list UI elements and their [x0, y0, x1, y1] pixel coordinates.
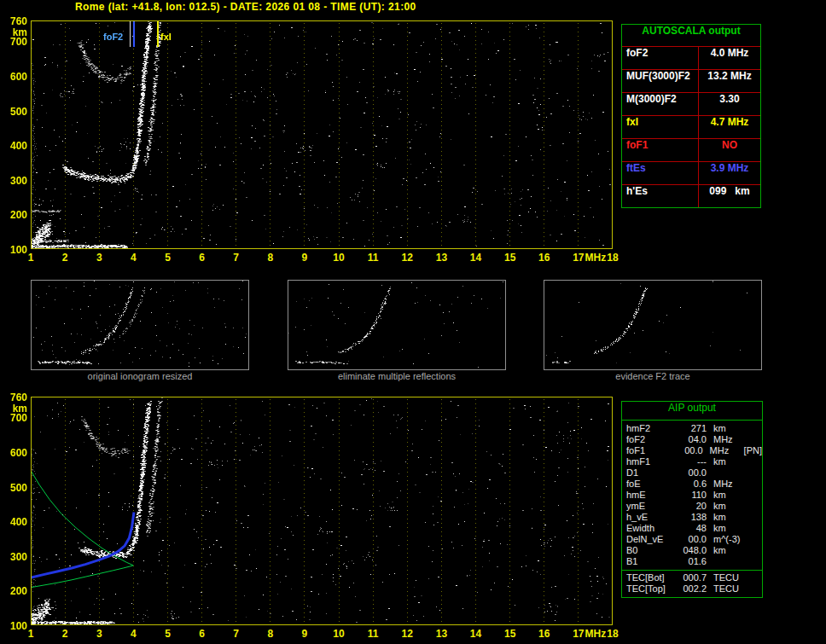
x-axis-tick: 10 [328, 252, 350, 264]
aip-cell: h_vE [622, 512, 678, 523]
y-axis-tick: 500 [0, 482, 27, 494]
aip-table-rows: hmF2271kmfoF204.0MHzfoF100.0MHz[PN]hmF1-… [622, 423, 762, 567]
autoscala-row-muf3000f2: MUF(3000)F213.2 MHz [622, 69, 760, 92]
autoscala-row-value: 4.7 MHz [699, 116, 760, 138]
aip-cell: 00.0 [678, 534, 707, 545]
x-axis-tick: 6 [191, 628, 213, 640]
aip-cell: --- [678, 456, 707, 467]
aip-cell: 48 [678, 523, 707, 534]
aip-cell [749, 534, 762, 545]
thumbnail-caption-eliminate: eliminate multiple reflections [288, 371, 506, 381]
aip-table: AIP output hmF2271kmfoF204.0MHzfoF100.0M… [621, 401, 763, 598]
x-axis-tick: 15 [499, 628, 521, 640]
aip-row-tecbot: TEC[Bot]000.7TECU [622, 572, 762, 583]
autoscala-row-value: 13.2 MHz [699, 70, 760, 92]
aip-cell: km [707, 490, 749, 501]
x-axis-tick: 16 [533, 628, 556, 640]
aip-cell: 00.0 [678, 467, 707, 479]
aip-row-foe: foE0.6MHz [622, 479, 762, 490]
x-axis-tick: 13 [430, 252, 452, 264]
aip-cell: 048.0 [678, 545, 707, 556]
x-axis-tick: 9 [294, 252, 316, 264]
aip-cell: foF2 [622, 434, 678, 445]
aip-cell [749, 490, 762, 501]
y-axis-unit-label: km [0, 26, 27, 38]
autoscala-row-fxi: fxI4.7 MHz [622, 115, 760, 138]
aip-row-d1: D100.0 [622, 467, 762, 479]
x-axis-tick: 10 [328, 628, 350, 640]
x-axis-tick: 11 [362, 628, 384, 640]
y-axis-unit-label: km [0, 403, 27, 415]
y-axis-tick: 600 [0, 447, 27, 459]
fxI-marker-label: fxI [160, 32, 172, 42]
autoscala-screen: Rome (lat: +41.8, lon: 012.5) - DATE: 20… [0, 0, 826, 644]
y-axis-tick: 760 [0, 15, 27, 27]
aip-cell: km [707, 545, 749, 556]
aip-cell: 04.0 [678, 434, 707, 445]
aip-cell: MHz [707, 479, 749, 490]
x-axis-tick: 15 [499, 252, 521, 264]
aip-cell: hmF2 [622, 423, 678, 434]
aip-cell [749, 423, 762, 434]
aip-cell: MHz [707, 434, 749, 445]
aip-row-hmf2: hmF2271km [622, 423, 762, 434]
aip-cell: Ewidth [622, 523, 678, 534]
x-axis-tick: 4 [122, 252, 144, 264]
autoscala-row-label: foF1 [622, 139, 699, 161]
aip-cell [749, 501, 762, 512]
thumbnail-caption-evidence: evidence F2 trace [544, 371, 762, 381]
aip-cell: foF1 [622, 445, 675, 456]
x-axis-tick: 13 [430, 628, 452, 640]
ionogram-top-canvas [31, 20, 613, 249]
aip-cell [749, 556, 762, 567]
x-axis-tick: 14 [465, 628, 487, 640]
x-axis-tick: 9 [294, 628, 316, 640]
aip-row-fof1: foF100.0MHz[PN] [622, 445, 762, 456]
aip-row-hve: h_vE138km [622, 512, 762, 523]
aip-cell: 20 [678, 501, 707, 512]
aip-cell [749, 512, 762, 523]
aip-row-hmf1: hmF1---km [622, 456, 762, 467]
y-axis-tick: 200 [0, 585, 27, 597]
aip-row-hme: hmE110km [622, 490, 762, 501]
autoscala-row-label: M(3000)F2 [622, 93, 699, 115]
aip-table-title: AIP output [622, 402, 762, 421]
y-axis-tick: 300 [0, 175, 27, 187]
x-axis-tick: 4 [122, 628, 144, 640]
aip-row-tectop: TEC[Top]002.2TECU [622, 583, 762, 595]
x-axis-unit-label: MHz [585, 252, 607, 264]
aip-cell: km [707, 523, 749, 534]
autoscala-row-value: 3.9 MHz [699, 162, 760, 184]
x-axis-tick: 14 [465, 252, 487, 264]
x-axis-tick: 8 [259, 252, 282, 264]
aip-cell: 271 [678, 423, 707, 434]
thumbnail-caption-original: original ionogram resized [31, 371, 249, 381]
aip-row-yme: ymE20km [622, 501, 762, 512]
x-axis-tick: 3 [88, 628, 110, 640]
autoscala-row-value: 4.0 MHz [699, 47, 760, 69]
aip-cell [749, 434, 762, 445]
y-axis-tick: 100 [0, 620, 27, 632]
autoscala-table-title: AUTOSCALA output [622, 25, 760, 46]
autoscala-row-ftes: ftEs3.9 MHz [622, 161, 760, 184]
aip-cell: TEC[Top] [622, 583, 678, 595]
aip-cell: D1 [622, 467, 678, 479]
autoscala-row-label: MUF(3000)F2 [622, 70, 699, 92]
station-header: Rome (lat: +41.8, lon: 012.5) - DATE: 20… [75, 1, 416, 13]
aip-row-delnve: DelN_vE00.0m^(-3) [622, 534, 762, 545]
aip-cell: m^(-3) [707, 534, 749, 545]
aip-cell [707, 467, 749, 479]
x-axis-tick: 2 [54, 252, 76, 264]
aip-cell: 0.6 [678, 479, 707, 490]
autoscala-row-fof1: foF1NO [622, 138, 760, 161]
x-axis-tick: 7 [225, 628, 247, 640]
autoscala-row-value: 099 km [699, 185, 760, 207]
autoscala-row-label: ftEs [622, 162, 699, 184]
aip-cell: km [707, 423, 749, 434]
aip-cell [707, 556, 749, 567]
autoscala-row-value: NO [699, 139, 760, 161]
aip-cell: 002.2 [678, 583, 707, 595]
aip-cell [749, 479, 762, 490]
x-axis-tick: 7 [225, 252, 247, 264]
aip-tec-rows: TEC[Bot]000.7TECUTEC[Top]002.2TECU [622, 570, 762, 595]
